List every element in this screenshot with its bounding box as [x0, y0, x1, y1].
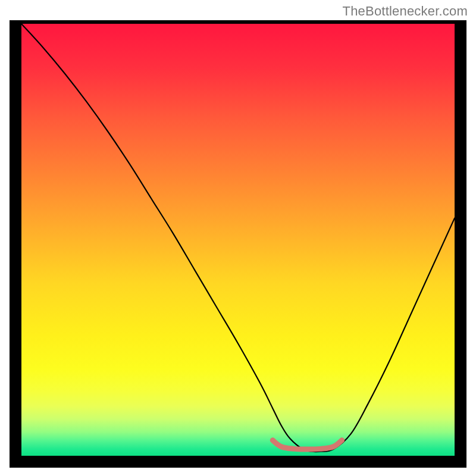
chart-plot-area [21, 24, 455, 456]
chart-container: TheBottlenecker.com [0, 0, 476, 476]
chart-frame [10, 20, 466, 468]
attribution-label: TheBottlenecker.com [343, 4, 468, 19]
chart-background [21, 24, 455, 456]
chart-svg [21, 24, 455, 456]
